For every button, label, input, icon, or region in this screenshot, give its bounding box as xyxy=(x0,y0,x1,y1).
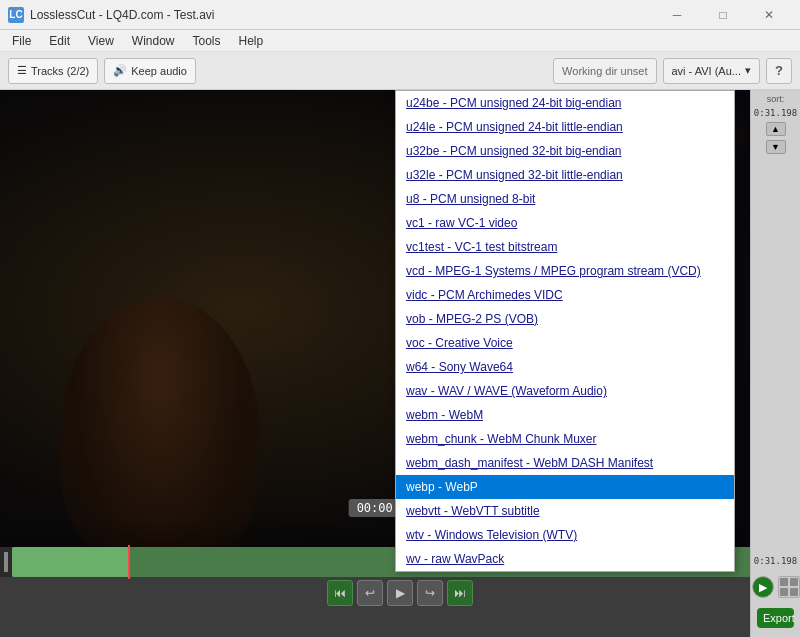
keep-audio-button[interactable]: 🔊 Keep audio xyxy=(104,58,196,84)
dropdown-item-6[interactable]: vc1test - VC-1 test bitstream xyxy=(396,235,734,259)
dropdown-item-13[interactable]: webm - WebM xyxy=(396,403,734,427)
titlebar-left: LC LosslessCut - LQ4D.com - Test.avi xyxy=(8,7,215,23)
playback-controls: ⏮ ↩ ▶ ↪ ⏭ xyxy=(0,577,800,609)
menu-tools[interactable]: Tools xyxy=(185,30,229,52)
dropdown-item-17[interactable]: webvtt - WebVTT subtitle xyxy=(396,499,734,523)
play-button[interactable]: ▶ xyxy=(387,580,413,606)
close-button[interactable]: ✕ xyxy=(746,0,792,30)
grid-icon xyxy=(780,578,798,596)
dropdown-item-19[interactable]: wv - raw WavPack xyxy=(396,547,734,571)
dropdown-item-4[interactable]: u8 - PCM unsigned 8-bit xyxy=(396,187,734,211)
dropdown-item-16[interactable]: webp - WebP xyxy=(396,475,734,499)
menu-view[interactable]: View xyxy=(80,30,122,52)
audio-icon: 🔊 xyxy=(113,64,127,77)
skip-end-button[interactable]: ⏭ xyxy=(447,580,473,606)
export-button[interactable]: Export xyxy=(757,608,794,628)
video-area: u24be - PCM unsigned 24-bit big-endianu2… xyxy=(0,90,800,637)
toolbar: ☰ Tracks (2/2) 🔊 Keep audio Working dir … xyxy=(0,52,800,90)
timeline-cursor xyxy=(128,545,130,579)
format-button[interactable]: avi - AVI (Au... ▾ xyxy=(663,58,761,84)
format-dropdown[interactable]: u24be - PCM unsigned 24-bit big-endianu2… xyxy=(395,90,735,572)
dropdown-item-8[interactable]: vidc - PCM Archimedes VIDC xyxy=(396,283,734,307)
menu-help[interactable]: Help xyxy=(231,30,272,52)
dropdown-item-15[interactable]: webm_dash_manifest - WebM DASH Manifest xyxy=(396,451,734,475)
tracks-icon: ☰ xyxy=(17,64,27,77)
dropdown-item-9[interactable]: vob - MPEG-2 PS (VOB) xyxy=(396,307,734,331)
chevron-down-icon: ▾ xyxy=(745,64,751,77)
dropdown-item-10[interactable]: voc - Creative Voice xyxy=(396,331,734,355)
grid-view-btn[interactable] xyxy=(778,576,800,598)
dropdown-item-1[interactable]: u24le - PCM unsigned 24-bit little-endia… xyxy=(396,115,734,139)
dropdown-item-11[interactable]: w64 - Sony Wave64 xyxy=(396,355,734,379)
timeline-progress xyxy=(12,547,128,577)
dropdown-item-5[interactable]: vc1 - raw VC-1 video xyxy=(396,211,734,235)
skip-start-button[interactable]: ⏮ xyxy=(327,580,353,606)
window-controls: ─ □ ✕ xyxy=(654,0,792,30)
dropdown-item-14[interactable]: webm_chunk - WebM Chunk Muxer xyxy=(396,427,734,451)
dropdown-item-3[interactable]: u32le - PCM unsigned 32-bit little-endia… xyxy=(396,163,734,187)
menu-file[interactable]: File xyxy=(4,30,39,52)
time-display-1: 0:31.198 xyxy=(754,108,797,118)
titlebar: LC LosslessCut - LQ4D.com - Test.avi ─ □… xyxy=(0,0,800,30)
menubar: File Edit View Window Tools Help xyxy=(0,30,800,52)
dropdown-item-7[interactable]: vcd - MPEG-1 Systems / MPEG program stre… xyxy=(396,259,734,283)
help-button[interactable]: ? xyxy=(766,58,792,84)
prev-frame-button[interactable]: ↩ xyxy=(357,580,383,606)
next-frame-button[interactable]: ↪ xyxy=(417,580,443,606)
right-panel: sort: 0:31.198 ▲ ▼ xyxy=(750,90,800,547)
minimize-button[interactable]: ─ xyxy=(654,0,700,30)
right-action-btn[interactable]: ▶ xyxy=(752,576,774,598)
working-dir-button[interactable]: Working dir unset xyxy=(553,58,656,84)
window-title: LosslessCut - LQ4D.com - Test.avi xyxy=(30,8,215,22)
dropdown-item-2[interactable]: u32be - PCM unsigned 32-bit big-endian xyxy=(396,139,734,163)
app-icon: LC xyxy=(8,7,24,23)
dropdown-item-0[interactable]: u24be - PCM unsigned 24-bit big-endian xyxy=(396,91,734,115)
tracks-button[interactable]: ☰ Tracks (2/2) xyxy=(8,58,98,84)
scroll-down-button[interactable]: ▼ xyxy=(766,140,786,154)
menu-edit[interactable]: Edit xyxy=(41,30,78,52)
right-bottom-panel: 0:31.198 ▶ Export xyxy=(750,547,800,637)
dropdown-item-18[interactable]: wtv - Windows Television (WTV) xyxy=(396,523,734,547)
dropdown-item-12[interactable]: wav - WAV / WAVE (Waveform Audio) xyxy=(396,379,734,403)
sort-label: sort: xyxy=(767,94,785,104)
nav-buttons: ▶ xyxy=(752,576,800,598)
menu-window[interactable]: Window xyxy=(124,30,183,52)
maximize-button[interactable]: □ xyxy=(700,0,746,30)
time-display-2: 0:31.198 xyxy=(754,556,797,566)
main-area: u24be - PCM unsigned 24-bit big-endianu2… xyxy=(0,90,800,637)
scroll-up-button[interactable]: ▲ xyxy=(766,122,786,136)
